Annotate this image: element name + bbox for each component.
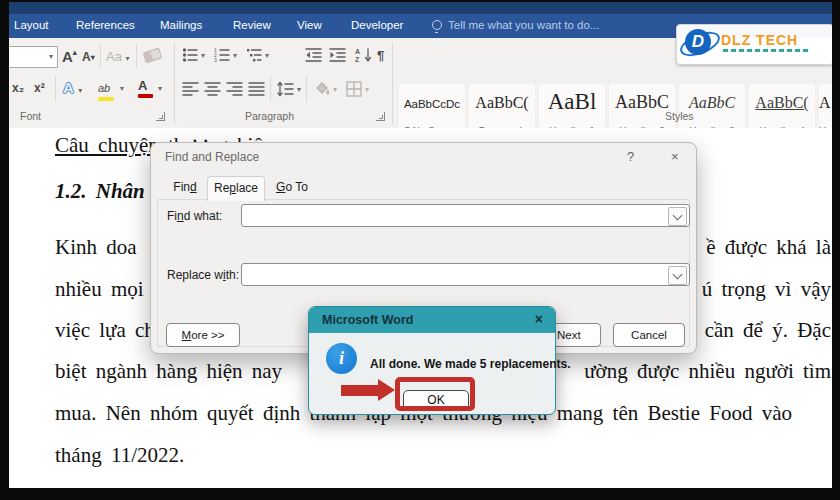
alert-title: Microsoft Word xyxy=(322,313,413,327)
doc-line: Kinh doa xyxy=(55,235,137,260)
annotation-arrow-icon xyxy=(341,385,378,396)
label-part: Replace w xyxy=(167,268,223,282)
line-spacing-icon[interactable] xyxy=(277,80,295,98)
font-color-button[interactable]: A xyxy=(138,76,153,98)
close-icon[interactable]: × xyxy=(671,149,679,164)
lightbulb-icon xyxy=(432,20,442,30)
close-icon[interactable]: × xyxy=(535,311,543,327)
change-case-button[interactable]: Aa ▾ xyxy=(106,49,130,64)
doc-line: nhiều mọi xyxy=(55,277,144,302)
up-caret-icon: ▴ xyxy=(73,48,77,57)
font-dialog-launcher[interactable] xyxy=(156,112,165,121)
frame-bottom xyxy=(0,488,840,500)
group-divider xyxy=(392,42,393,124)
logo-text: DLZ TECH xyxy=(721,32,798,48)
tab-label: lace xyxy=(236,181,258,195)
highlight-glyph: ab xyxy=(98,82,110,94)
doc-line: ú trọng vì vậy xyxy=(702,277,831,302)
more-button[interactable]: More >> xyxy=(166,323,240,347)
tab-replace[interactable]: Replace xyxy=(207,176,265,201)
tab-view[interactable]: View xyxy=(297,19,322,31)
tab-developer[interactable]: Developer xyxy=(351,19,403,31)
superscript-button[interactable]: x² xyxy=(34,81,45,95)
subscript-button[interactable]: x₂ xyxy=(12,81,24,95)
shrink-font-glyph: A xyxy=(82,50,91,64)
align-right-icon[interactable] xyxy=(226,80,244,98)
help-icon[interactable]: ? xyxy=(627,149,634,164)
chevron-down-icon: ▾ xyxy=(49,53,53,61)
label-part: d what: xyxy=(184,209,223,223)
frame-top xyxy=(0,0,840,2)
bullet-list-icon[interactable] xyxy=(182,46,200,64)
change-case-glyph: Aa xyxy=(106,49,122,64)
doc-line: tháng 11/2022. xyxy=(55,443,184,468)
dlz-tech-logo: D DLZ TECH xyxy=(676,24,834,65)
button-label: ore >> xyxy=(191,329,224,341)
chevron-down-icon: ▾ xyxy=(233,52,237,60)
shrink-font-button[interactable]: A▾ xyxy=(82,50,95,64)
grow-font-button[interactable]: A▴ xyxy=(62,48,77,65)
doc-line: việc lựa ch xyxy=(55,318,155,343)
chevron-down-icon: ▾ xyxy=(120,85,124,93)
multilevel-list-icon[interactable] xyxy=(246,46,264,64)
divider xyxy=(270,76,271,102)
justify-icon[interactable] xyxy=(248,80,266,98)
frame-right xyxy=(832,0,840,500)
tab-find[interactable]: Find xyxy=(163,176,207,198)
tab-label: d xyxy=(190,180,197,194)
chevron-down-icon: ▾ xyxy=(265,52,269,60)
svg-text:3: 3 xyxy=(214,57,217,63)
doc-line-heading: 1.2. Nhân xyxy=(55,179,145,204)
style-sample: A xyxy=(819,94,832,112)
doc-line: ề được khá là xyxy=(706,235,831,260)
highlight-button[interactable]: ab xyxy=(98,78,114,101)
chevron-down-icon: ▾ xyxy=(365,86,369,94)
replace-with-input[interactable] xyxy=(241,263,690,286)
tab-mailings[interactable]: Mailings xyxy=(160,19,202,31)
info-icon: i xyxy=(326,343,357,374)
find-what-dropdown[interactable] xyxy=(668,207,687,226)
style-sample: AaBbC( xyxy=(469,94,535,112)
align-center-icon[interactable] xyxy=(204,80,222,98)
chevron-down-icon xyxy=(673,211,683,221)
chevron-down-icon: ▾ xyxy=(297,86,301,94)
label-part: th: xyxy=(226,268,239,282)
logo-d-icon: D xyxy=(685,29,711,55)
tell-me-search[interactable]: Tell me what you want to do... xyxy=(448,19,600,31)
decrease-indent-icon[interactable] xyxy=(305,46,323,64)
text-effects-button[interactable]: A ▾ xyxy=(63,79,82,97)
tab-label: Fin xyxy=(173,180,190,194)
window-titlebar xyxy=(0,0,840,14)
replace-with-label: Replace with: xyxy=(167,268,239,282)
chevron-down-icon: ▾ xyxy=(78,86,82,95)
replace-with-dropdown[interactable] xyxy=(668,266,687,285)
cancel-button[interactable]: Cancel xyxy=(613,323,685,347)
clear-formatting-icon[interactable] xyxy=(143,48,163,64)
chevron-down-icon: ▾ xyxy=(126,54,130,63)
tab-goto[interactable]: Go To xyxy=(267,176,317,198)
sort-icon[interactable]: AZ xyxy=(355,46,373,64)
align-left-icon[interactable] xyxy=(182,80,200,98)
paragraph-group-label: Paragraph xyxy=(245,110,294,122)
divider xyxy=(136,44,137,68)
paragraph-dialog-launcher[interactable] xyxy=(376,112,385,121)
tab-layout[interactable]: Layout xyxy=(14,19,49,31)
tab-references[interactable]: References xyxy=(76,19,135,31)
tab-label: p xyxy=(229,181,236,195)
annotation-arrowhead-icon xyxy=(378,379,395,401)
frame-left xyxy=(0,0,9,500)
shading-bucket-icon[interactable] xyxy=(313,80,331,98)
find-what-input[interactable] xyxy=(241,204,690,227)
borders-icon[interactable] xyxy=(345,80,363,98)
chevron-down-icon: ▾ xyxy=(333,86,337,94)
label-part: n xyxy=(177,209,184,223)
divider xyxy=(306,76,307,102)
down-caret-icon: ▾ xyxy=(91,53,95,62)
alert-message: All done. We made 5 replacements. xyxy=(370,357,571,371)
pilcrow-button[interactable]: ¶ xyxy=(377,48,384,63)
numbered-list-icon[interactable]: 123 xyxy=(214,46,232,64)
tab-review[interactable]: Review xyxy=(233,19,271,31)
increase-indent-icon[interactable] xyxy=(329,46,347,64)
font-color-glyph: A xyxy=(138,78,147,93)
doc-line: ường được nhiều người tìm xyxy=(584,359,831,384)
